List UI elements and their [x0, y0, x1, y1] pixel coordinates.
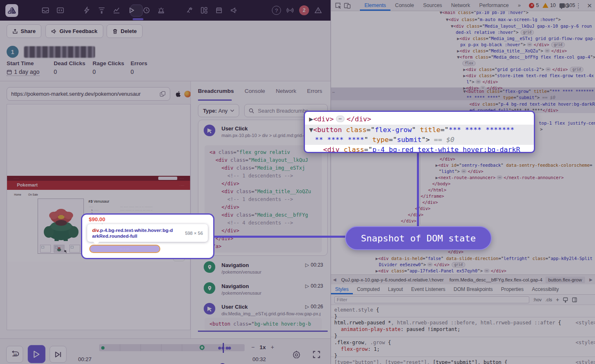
snapshot-callout-pill: Snapshot of DOM state: [345, 226, 492, 250]
dom-snapshot-popup: ▶<div>⋯</div>▼<button class="flex-grow" …: [304, 111, 535, 153]
highlight-rect: [305, 125, 534, 145]
highlighted-add-to-cart-button[interactable]: ··· ·· ····: [89, 245, 160, 253]
dim-overlay: [0, 0, 595, 364]
connector-line-horizontal: [214, 236, 345, 238]
code-line: ▶<div>⋯</div>: [309, 114, 371, 124]
inspect-tooltip: div.p-4.bg-red.text-white.hover:bg-darkR…: [87, 224, 208, 242]
connector-line-vertical: [417, 152, 419, 227]
replay-spotlight-box: $90.00 In Stock div.p-4.bg-red.text-whit…: [81, 213, 214, 259]
code-line: ▼<button class="flex-grow" title="*** **…: [309, 125, 514, 135]
element-dimensions: 598 × 56: [185, 231, 203, 236]
code-line: <div class="p-4 bg-red text-white hover:…: [323, 145, 520, 152]
product-price: $90.00: [89, 216, 105, 222]
dom-snapshot-lines: ▶<div>⋯</div>▼<button class="flex-grow" …: [305, 112, 534, 152]
code-line: ** **** ****" type="submit"> == $0: [315, 135, 455, 145]
screenshot-stage: ? 2 Share Give Feedback Delete 1 Start T…: [0, 0, 595, 364]
snapshot-callout-label: Snapshot of DOM state: [361, 233, 476, 243]
